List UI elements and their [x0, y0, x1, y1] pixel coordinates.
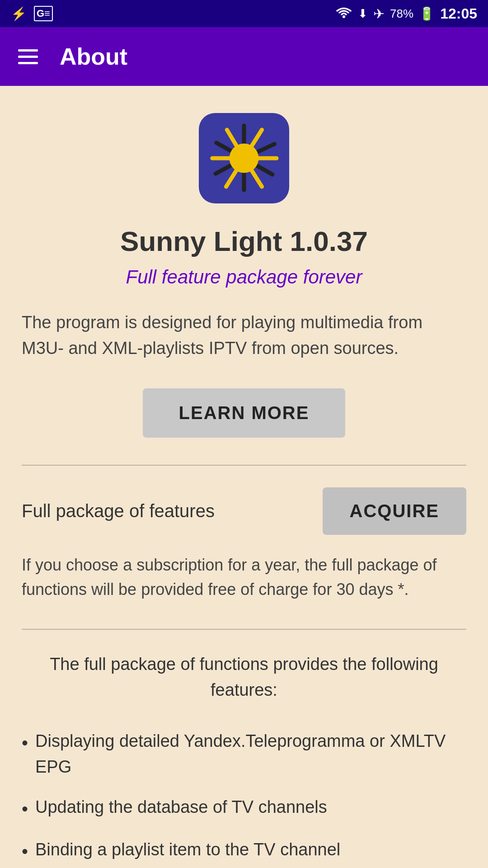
svg-point-0: [343, 15, 345, 18]
list-item: • Updating the database of TV channels: [22, 787, 466, 830]
airplane-icon: ✈: [373, 6, 385, 22]
app-icon: [199, 113, 289, 203]
acquire-row: Full package of features ACQUIRE: [22, 487, 466, 535]
divider-1: [22, 465, 466, 466]
learn-more-button[interactable]: LEARN MORE: [143, 388, 346, 438]
status-time: 12:05: [440, 5, 477, 22]
features-title: The full package of functions provides t…: [22, 651, 466, 703]
status-bar-right: ⬇ ✈ 78% 🔋 12:05: [335, 5, 477, 22]
app-description: The program is designed for playing mult…: [22, 310, 466, 361]
usb-icon: ⚡: [11, 6, 27, 21]
features-list: • Displaying detailed Yandex.Teleprogram…: [22, 721, 466, 868]
list-item: • Displaying detailed Yandex.Teleprogram…: [22, 721, 466, 787]
app-icon-container: [199, 113, 289, 203]
bullet-icon: •: [22, 729, 28, 756]
bullet-icon: •: [22, 795, 28, 822]
news-icon: G≡: [34, 6, 53, 21]
main-content: Sunny Light 1.0.37 Full feature package …: [0, 86, 488, 868]
app-tagline: Full feature package forever: [126, 266, 362, 288]
menu-line-1: [18, 49, 38, 52]
menu-line-2: [18, 56, 38, 58]
battery-icon: 🔋: [419, 6, 435, 21]
menu-button[interactable]: [18, 49, 38, 64]
battery-percent: 78%: [390, 7, 413, 21]
page-title: About: [60, 43, 127, 70]
acquire-label: Full package of features: [22, 501, 215, 521]
status-bar-left: ⚡ G≡: [11, 6, 53, 21]
feature-1: Displaying detailed Yandex.Teleprogramma…: [35, 728, 466, 780]
toolbar: About: [0, 27, 488, 86]
menu-line-3: [18, 62, 38, 64]
feature-2: Updating the database of TV channels: [35, 794, 327, 820]
features-section: The full package of functions provides t…: [22, 651, 466, 868]
divider-2: [22, 629, 466, 630]
bullet-icon: •: [22, 838, 28, 865]
subscription-text: If you choose a subscription for a year,…: [22, 553, 466, 602]
status-bar: ⚡ G≡ ⬇ ✈ 78% 🔋 12:05: [0, 0, 488, 27]
download-icon: ⬇: [358, 7, 368, 21]
app-name: Sunny Light 1.0.37: [120, 225, 368, 257]
list-item: • Binding a playlist item to the TV chan…: [22, 830, 466, 868]
svg-point-14: [230, 144, 259, 173]
wifi-icon: [335, 5, 352, 22]
feature-3: Binding a playlist item to the TV channe…: [35, 837, 340, 863]
acquire-button[interactable]: ACQUIRE: [323, 487, 466, 535]
